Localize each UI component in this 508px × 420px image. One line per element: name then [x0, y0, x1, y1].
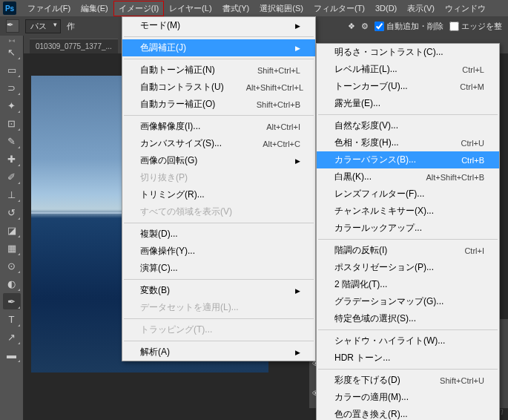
shape-tool[interactable]: ▬ [3, 347, 21, 363]
menu-image-size[interactable]: 画像解像度(I)...Alt+Ctrl+I [122, 118, 315, 135]
eraser-tool[interactable]: ◪ [3, 222, 21, 238]
path-select-tool[interactable]: ↗ [3, 329, 21, 345]
pen-tool[interactable]: ✒ [3, 293, 21, 309]
move-tool[interactable]: ↖ [3, 44, 21, 60]
adj-vibrance[interactable]: 自然な彩度(V)... [317, 117, 499, 134]
menu-3d[interactable]: 3D(D) [370, 1, 402, 15]
adj-color-balance[interactable]: カラーバランス(B)...Ctrl+B [317, 151, 499, 168]
adj-brightness[interactable]: 明るさ・コントラスト(C)... [317, 44, 499, 61]
menu-image[interactable]: イメージ(I) [113, 1, 164, 16]
adj-selective-color[interactable]: 特定色域の選択(S)... [317, 310, 499, 327]
menu-view[interactable]: 表示(V) [402, 1, 440, 16]
menu-filter[interactable]: フィルター(T) [309, 1, 370, 16]
menu-window[interactable]: ウィンドウ [440, 1, 491, 16]
lasso-tool[interactable]: ⊃ [3, 79, 21, 96]
adjustments-submenu: 明るさ・コントラスト(C)... レベル補正(L)...Ctrl+L トーンカー… [316, 43, 500, 420]
auto-add-checkbox[interactable]: 自動追加・削除 [375, 21, 443, 32]
menu-rotate[interactable]: 画像の回転(G)▶ [122, 152, 315, 169]
menu-auto-contrast[interactable]: 自動コントラスト(U)Alt+Shift+Ctrl+L [122, 79, 315, 96]
tool-preset-icon[interactable]: ✒ [6, 19, 19, 33]
menu-type[interactable]: 書式(Y) [217, 1, 255, 16]
dodge-tool[interactable]: ◐ [3, 275, 21, 292]
menu-layer[interactable]: レイヤー(L) [164, 1, 217, 16]
app-logo: Ps [3, 1, 16, 15]
menu-mode[interactable]: モード(M)▶ [122, 17, 315, 34]
menu-edit[interactable]: 編集(E) [76, 1, 113, 16]
type-tool[interactable]: T [3, 311, 21, 327]
stamp-tool[interactable]: ⊥ [3, 186, 21, 203]
photoshop-app: Ps ファイル(F) 編集(E) イメージ(I) レイヤー(L) 書式(Y) 選… [0, 0, 508, 420]
menu-calculations[interactable]: 演算(C)... [122, 260, 315, 277]
wand-tool[interactable]: ✦ [3, 97, 21, 114]
adj-exposure[interactable]: 露光量(E)... [317, 95, 499, 112]
menu-auto-tone[interactable]: 自動トーン補正(N)Shift+Ctrl+L [122, 62, 315, 79]
menu-duplicate[interactable]: 複製(D)... [122, 226, 315, 243]
menubar: Ps ファイル(F) 編集(E) イメージ(I) レイヤー(L) 書式(Y) 選… [0, 0, 508, 16]
adj-curves[interactable]: トーンカーブ(U)...Ctrl+M [317, 78, 499, 95]
crop-tool[interactable]: ⊡ [3, 115, 21, 131]
adj-bw[interactable]: 白黒(K)...Alt+Shift+Ctrl+B [317, 168, 499, 186]
adj-photo-filter[interactable]: レンズフィルター(F)... [317, 186, 499, 203]
image-menu-dropdown: モード(M)▶ 色調補正(J)▶ 自動トーン補正(N)Shift+Ctrl+L … [122, 16, 316, 361]
menu-reveal-all: すべての領域を表示(V) [122, 203, 315, 220]
make-label: 作 [67, 21, 75, 32]
history-brush-tool[interactable]: ↺ [3, 204, 21, 220]
document-tab[interactable]: 010309_0775_1377_... [30, 39, 118, 53]
adj-levels[interactable]: レベル補正(L)...Ctrl+L [317, 61, 499, 78]
menu-crop: 切り抜き(P) [122, 169, 315, 186]
adj-shadow-highlight[interactable]: シャドウ・ハイライト(W)... [317, 332, 499, 350]
eyedropper-tool[interactable]: ✎ [3, 133, 21, 149]
menu-select[interactable]: 選択範囲(S) [254, 1, 309, 16]
heal-tool[interactable]: ✚ [3, 151, 21, 167]
gear-icon[interactable]: ⚙ [361, 22, 369, 31]
adj-desaturate[interactable]: 彩度を下げる(D)Shift+Ctrl+U [317, 372, 499, 389]
menu-apply-dataset: データセットを適用(L)... [122, 299, 315, 316]
menu-analysis[interactable]: 解析(A)▶ [122, 344, 315, 361]
stack-icon[interactable]: ❖ [348, 22, 355, 31]
menu-file[interactable]: ファイル(F) [22, 1, 76, 16]
adj-threshold[interactable]: 2 階調化(T)... [317, 276, 499, 293]
marquee-tool[interactable]: ▭ [3, 62, 21, 78]
menu-auto-color[interactable]: 自動カラー補正(O)Shift+Ctrl+B [122, 96, 315, 113]
adj-gradient-map[interactable]: グラデーションマップ(G)... [317, 293, 499, 310]
path-mode-dropdown[interactable]: パス [25, 19, 61, 33]
adj-color-lookup[interactable]: カラールックアップ... [317, 220, 499, 237]
adj-invert[interactable]: 階調の反転(I)Ctrl+I [317, 242, 499, 259]
adj-channel-mixer[interactable]: チャンネルミキサー(X)... [317, 203, 499, 220]
adj-match-color[interactable]: カラーの適用(M)... [317, 389, 499, 406]
menu-adjustments[interactable]: 色調補正(J)▶ [122, 39, 315, 56]
toolbox-handle[interactable]: ▸◂ [0, 37, 23, 43]
menu-canvas-size[interactable]: カンバスサイズ(S)...Alt+Ctrl+C [122, 135, 315, 152]
menu-variables[interactable]: 変数(B)▶ [122, 282, 315, 299]
gradient-tool[interactable]: ▦ [3, 240, 21, 256]
blur-tool[interactable]: ⊙ [3, 257, 21, 274]
adj-hdr-toning[interactable]: HDR トーン... [317, 350, 499, 367]
adj-hue[interactable]: 色相・彩度(H)...Ctrl+U [317, 134, 499, 151]
adj-replace-color[interactable]: 色の置き換え(R)... [317, 406, 499, 420]
menu-trap: トラッピング(T)... [122, 321, 315, 338]
toolbox: ▸◂ ↖ ▭ ⊃ ✦ ⊡ ✎ ✚ ✐ ⊥ ↺ ◪ ▦ ⊙ ◐ ✒ T ↗ ▬ [0, 36, 24, 420]
brush-tool[interactable]: ✐ [3, 168, 21, 185]
menu-trim[interactable]: トリミング(R)... [122, 186, 315, 203]
edge-checkbox[interactable]: エッジを整 [449, 21, 502, 32]
menu-apply-image[interactable]: 画像操作(Y)... [122, 243, 315, 260]
adj-posterize[interactable]: ポスタリゼーション(P)... [317, 259, 499, 276]
